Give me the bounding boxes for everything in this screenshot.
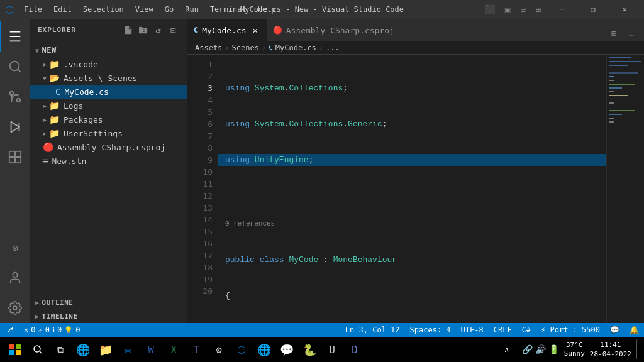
tree-item-mycode[interactable]: C MyCode.cs bbox=[30, 85, 187, 99]
tree-item-assets-scenes[interactable]: ▼ 📂 Assets \ Scenes bbox=[30, 71, 187, 85]
new-section-label[interactable]: ▼ NEW bbox=[30, 43, 187, 57]
status-port[interactable]: ⚡ Port : 5500 bbox=[536, 326, 605, 334]
activity-settings[interactable] bbox=[0, 293, 30, 323]
excel-icon[interactable]: X bbox=[164, 339, 184, 359]
tree-item-packages[interactable]: ▶ 📁 Packages bbox=[30, 112, 187, 126]
chevron-icon: ▼ bbox=[35, 47, 40, 54]
code-line-1: using System.Collections; bbox=[218, 82, 606, 94]
line-num-8: 8 bbox=[192, 142, 213, 154]
svg-rect-8 bbox=[9, 158, 14, 163]
error-count: 0 bbox=[31, 326, 35, 334]
menu-go[interactable]: Go bbox=[160, 4, 179, 15]
close-tab-mycode[interactable]: ✕ bbox=[250, 25, 260, 35]
system-tray-icon[interactable]: ∧ bbox=[497, 339, 517, 359]
layout3-icon[interactable]: ⊟ bbox=[516, 4, 529, 14]
time-display: 11:41 bbox=[590, 340, 631, 349]
python-icon[interactable]: 🐍 bbox=[299, 339, 319, 359]
close-button[interactable]: ✕ bbox=[610, 0, 639, 19]
tab-label-mycode: MyCode.cs bbox=[202, 26, 246, 35]
code-content[interactable]: using System.Collections; using System.C… bbox=[218, 55, 606, 323]
refresh-button[interactable]: ↺ bbox=[152, 24, 165, 36]
breadcrumb-assets[interactable]: Assets bbox=[195, 43, 222, 52]
restore-button[interactable]: ❐ bbox=[579, 0, 608, 19]
tree-item-usersettings[interactable]: ▶ 📁 UserSettings bbox=[30, 126, 187, 140]
line-num-10: 10 bbox=[192, 166, 213, 178]
tree-item-csproj[interactable]: 🔴 Assembly-CSharp.csproj bbox=[30, 140, 187, 154]
activity-run[interactable] bbox=[0, 112, 30, 142]
vscode-taskbar-icon[interactable]: ⬡ bbox=[231, 339, 252, 359]
discord-icon[interactable]: D bbox=[345, 339, 365, 359]
activity-source-control[interactable] bbox=[0, 82, 30, 112]
clock[interactable]: 11:41 28-04-2022 bbox=[590, 340, 631, 359]
word-icon[interactable]: W bbox=[141, 339, 161, 359]
menu-run[interactable]: Run bbox=[180, 4, 204, 15]
timeline-section[interactable]: ▶ TIMELINE bbox=[30, 309, 187, 323]
code-editor[interactable]: 1 2 3 4 5 6 7 8 9 10 11 12 13 14 15 16 1… bbox=[187, 55, 644, 323]
status-git[interactable]: ⎇ bbox=[0, 323, 19, 337]
activity-explorer[interactable] bbox=[0, 21, 30, 52]
status-language[interactable]: C# bbox=[517, 326, 536, 334]
temperature: 37°C bbox=[564, 341, 585, 349]
activity-search[interactable] bbox=[0, 52, 30, 82]
new-file-button[interactable] bbox=[122, 24, 135, 36]
explorer-taskbar-icon[interactable]: 📁 bbox=[96, 339, 116, 359]
tab-mycode[interactable]: C MyCode.cs ✕ bbox=[187, 19, 267, 41]
start-button[interactable] bbox=[5, 339, 25, 359]
chrome-icon[interactable]: 🌐 bbox=[254, 339, 274, 359]
weather-widget[interactable]: 37°C Sunny bbox=[564, 341, 585, 359]
layout4-icon[interactable]: ⊞ bbox=[532, 4, 545, 14]
svg-point-2 bbox=[17, 99, 21, 102]
status-feedback[interactable]: 💬 bbox=[605, 326, 625, 334]
new-folder-button[interactable] bbox=[137, 24, 150, 36]
activity-remote[interactable]: ⊗ bbox=[0, 233, 30, 263]
window-title: MyCode.cs - New - Visual Studio Code bbox=[240, 5, 404, 14]
breadcrumb-sep3: › bbox=[319, 43, 323, 52]
menu-view[interactable]: View bbox=[130, 4, 158, 15]
breadcrumb-mycode[interactable]: MyCode.cs bbox=[275, 43, 316, 52]
settings-taskbar-icon[interactable]: ⚙ bbox=[209, 339, 229, 359]
status-position[interactable]: Ln 3, Col 12 bbox=[340, 326, 405, 334]
tree-item-sln[interactable]: ≡ New.sln bbox=[30, 154, 187, 168]
teams-icon[interactable]: T bbox=[186, 339, 206, 359]
volume-icon[interactable]: 🔊 bbox=[535, 344, 546, 354]
search-taskbar-button[interactable] bbox=[28, 339, 48, 359]
status-right: Ln 3, Col 12 Spaces: 4 UTF-8 CRLF C# ⚡ P… bbox=[340, 326, 644, 334]
vscode-logo-icon: ⬡ bbox=[5, 4, 14, 16]
tree-item-vscode[interactable]: ▶ 📁 .vscode bbox=[30, 57, 187, 71]
minimize-button[interactable]: ─ bbox=[547, 0, 576, 19]
menu-selection[interactable]: Selection bbox=[78, 4, 129, 15]
network-icon[interactable]: 🔗 bbox=[522, 344, 533, 354]
svg-rect-26 bbox=[609, 118, 614, 119]
menu-file[interactable]: File bbox=[19, 4, 47, 15]
status-errors[interactable]: ✕ 0 ⚠ 0 ℹ 0 💡 0 bbox=[19, 323, 85, 337]
collapse-all-button[interactable]: ⊡ bbox=[167, 24, 180, 36]
status-spaces[interactable]: Spaces: 4 bbox=[405, 326, 456, 334]
edge-icon[interactable]: 🌐 bbox=[73, 339, 93, 359]
whatsapp-icon[interactable]: 💬 bbox=[277, 339, 297, 359]
activity-account[interactable] bbox=[0, 263, 30, 293]
battery-icon[interactable]: 🔋 bbox=[548, 344, 559, 354]
breadcrumb-sep2: › bbox=[262, 43, 266, 52]
code-line-2: using System.Collections.Generic; bbox=[218, 118, 606, 130]
unity-icon[interactable]: U bbox=[322, 339, 342, 359]
status-line-ending[interactable]: CRLF bbox=[489, 326, 517, 334]
xml-file-icon: 🔴 bbox=[43, 142, 53, 152]
layout2-icon[interactable]: ▣ bbox=[501, 4, 514, 14]
more-actions-button[interactable]: … bbox=[624, 26, 639, 41]
breadcrumb-more[interactable]: ... bbox=[326, 43, 340, 52]
layout-icon[interactable]: ⬛ bbox=[480, 4, 499, 14]
tree-item-logs[interactable]: ▶ 📁 Logs bbox=[30, 99, 187, 112]
status-bell[interactable]: 🔔 bbox=[625, 326, 644, 334]
split-editor-button[interactable]: ⊞ bbox=[606, 26, 621, 41]
menu-edit[interactable]: Edit bbox=[48, 4, 77, 15]
status-encoding[interactable]: UTF-8 bbox=[456, 326, 489, 334]
breadcrumb-scenes[interactable]: Scenes bbox=[232, 43, 259, 52]
activity-extensions[interactable] bbox=[0, 142, 30, 172]
taskview-icon[interactable]: ⧉ bbox=[50, 339, 70, 359]
line-num-15: 15 bbox=[192, 226, 213, 238]
show-desktop-button[interactable] bbox=[636, 339, 639, 359]
mail-icon[interactable]: ✉ bbox=[118, 339, 138, 359]
svg-marker-4 bbox=[11, 122, 19, 133]
outline-section[interactable]: ▶ OUTLINE bbox=[30, 295, 187, 309]
tab-csproj[interactable]: 🔴 Assembly-CSharp.csproj bbox=[267, 19, 401, 41]
